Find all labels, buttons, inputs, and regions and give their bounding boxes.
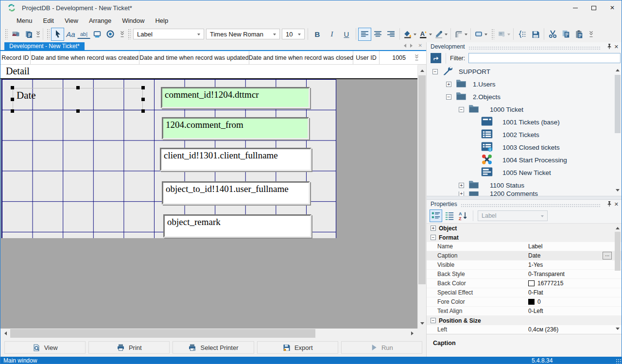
selection-handle[interactable]	[76, 86, 80, 89]
bold-button[interactable]: B	[310, 28, 325, 41]
outline-button[interactable]	[516, 28, 529, 41]
menu-item-view[interactable]: View	[59, 16, 84, 26]
scroll-up-icon[interactable]	[616, 225, 620, 229]
font-combobox[interactable]: Times New Roman	[206, 29, 280, 39]
highlight-button[interactable]	[433, 28, 449, 41]
canvas-vertical-scrollbar[interactable]	[417, 66, 426, 329]
tree-item-1001-tickets-base[interactable]: 1001 Tickets (base)	[427, 116, 622, 128]
select-pointer-tool[interactable]	[51, 28, 64, 41]
print-button[interactable]: Print	[88, 341, 170, 354]
scroll-down-icon[interactable]	[616, 189, 620, 193]
save-button[interactable]	[529, 28, 542, 41]
italic-button[interactable]: I	[325, 28, 339, 41]
toolbar-overflow-button[interactable]	[35, 31, 41, 38]
select-printer-button[interactable]: Select Printer	[173, 341, 254, 354]
layers-button[interactable]	[22, 28, 35, 41]
maximize-button[interactable]	[585, 0, 603, 15]
scroll-down-icon[interactable]	[616, 328, 620, 332]
textbox-tool[interactable]: ab|	[77, 29, 90, 39]
run-button[interactable]: Run	[341, 341, 422, 354]
property-group-format[interactable]: − Format	[427, 233, 622, 242]
field-header-user-id[interactable]: User ID	[353, 51, 380, 64]
close-panel-icon[interactable]: ✕	[614, 44, 619, 49]
option-button-tool[interactable]	[104, 28, 117, 41]
expand-icon[interactable]: +	[459, 191, 464, 196]
underline-button[interactable]: U	[339, 28, 354, 41]
tree-item-users[interactable]: + 1.Users	[427, 78, 622, 90]
resize-grip[interactable]	[616, 359, 621, 364]
collapse-icon[interactable]: −	[432, 69, 438, 74]
tree-item-1004-start-processing[interactable]: 1004 Start Processing	[427, 154, 622, 166]
grid-scroll-thumb[interactable]	[615, 232, 621, 271]
expand-icon[interactable]: +	[446, 82, 451, 87]
ellipsis-button[interactable]: ...	[603, 252, 612, 260]
property-row-caption[interactable]: Caption Date ...	[427, 251, 622, 260]
selection-handle[interactable]	[11, 86, 14, 89]
button-tool[interactable]	[90, 28, 104, 41]
field-header-created[interactable]: Date and time when record was created	[31, 51, 139, 64]
alphabetical-view-button[interactable]	[443, 209, 456, 222]
selection-handle[interactable]	[11, 98, 14, 101]
export-button[interactable]: Export	[257, 341, 338, 354]
field-user-fullname[interactable]: object_to_id!1401.user_fullname	[162, 181, 310, 205]
property-row-left[interactable]: Left 0,4см (236)	[427, 325, 622, 334]
cut-button[interactable]	[546, 28, 559, 41]
horizontal-scroll-thumb[interactable]	[10, 329, 315, 338]
property-row-back-style[interactable]: Back Style 0-Transparent	[427, 270, 622, 279]
field-header-record-id[interactable]: Record ID	[0, 51, 31, 64]
pictures-button[interactable]	[9, 28, 22, 41]
collapse-icon[interactable]: −	[431, 318, 436, 323]
selection-handle[interactable]	[11, 109, 14, 113]
selected-date-label[interactable]: Date	[13, 88, 143, 111]
collapse-icon[interactable]: −	[459, 107, 464, 112]
property-row-text-align[interactable]: Text Align 0-Left	[427, 307, 622, 316]
design-canvas[interactable]: Date comment_id!1204.dttmcr 1204.comment…	[0, 79, 417, 329]
toolbar-grip[interactable]	[491, 29, 494, 39]
detail-band-header[interactable]: Detail	[0, 65, 417, 79]
menu-item-arrange[interactable]: Arrange	[84, 16, 117, 26]
categorized-view-button[interactable]	[430, 209, 442, 222]
tab-scroll-left-icon[interactable]	[402, 44, 406, 48]
property-group-object[interactable]: + Object	[427, 224, 622, 233]
align-center-button[interactable]	[371, 28, 384, 41]
filter-input[interactable]	[468, 53, 621, 63]
field-header-1005[interactable]: 1005	[380, 51, 411, 64]
locate-object-button[interactable]	[431, 53, 441, 63]
menu-item-edit[interactable]: Edit	[38, 16, 59, 26]
close-panel-icon[interactable]: ✕	[614, 202, 619, 207]
field-header-closed[interactable]: Date and time when record was closed	[249, 51, 353, 64]
label-tool[interactable]: Aa	[64, 28, 77, 41]
tree-item-support[interactable]: − SUPPORT	[427, 65, 622, 78]
expand-icon[interactable]: +	[431, 225, 436, 231]
scroll-down-button[interactable]	[418, 320, 426, 329]
sort-az-button[interactable]: A Z	[457, 209, 469, 222]
tree-scroll-thumb[interactable]	[615, 75, 621, 133]
align-left-button[interactable]	[358, 28, 371, 41]
scroll-up-icon[interactable]	[616, 67, 620, 71]
field-object-remark[interactable]: object_remark	[163, 214, 311, 238]
paste-button[interactable]	[572, 28, 586, 41]
property-row-visible[interactable]: Visible 1-Yes	[427, 260, 622, 270]
selection-handle[interactable]	[141, 109, 145, 113]
tree-item-1003-closed-tickets[interactable]: 1003 Closed tickets	[427, 141, 622, 154]
style-combobox[interactable]: Label	[133, 29, 204, 39]
font-color-button[interactable]: A	[417, 28, 433, 41]
object-selector-combobox[interactable]: Label	[478, 210, 548, 221]
menu-item-help[interactable]: Help	[150, 16, 173, 26]
panel-splitter[interactable]	[427, 196, 622, 200]
tools-overflow-button[interactable]	[120, 31, 125, 38]
scroll-right-button[interactable]	[409, 329, 417, 338]
tree-item-objects[interactable]: − 2.Objects	[427, 90, 622, 103]
tree-item-1100-status[interactable]: + 1100 Status	[427, 179, 622, 191]
menu-item-menu[interactable]: Menu	[11, 16, 38, 26]
pin-icon[interactable]	[607, 44, 612, 50]
collapse-icon[interactable]: −	[446, 94, 451, 100]
toolbar-grip[interactable]	[128, 29, 131, 39]
selection-handle[interactable]	[141, 98, 145, 101]
selection-handle[interactable]	[76, 109, 80, 113]
property-grid-scrollbar[interactable]	[614, 224, 621, 333]
pin-icon[interactable]	[607, 201, 612, 208]
toolbar-grip[interactable]	[47, 29, 50, 39]
property-group-position-size[interactable]: − Position & Size	[427, 316, 622, 325]
tree-scrollbar[interactable]	[614, 66, 621, 194]
